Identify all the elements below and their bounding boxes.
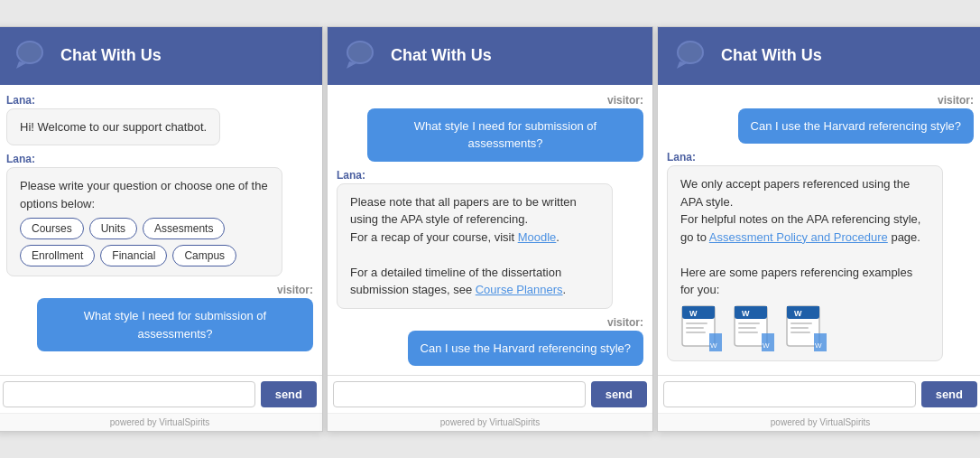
sender-label-lana-3: Lana: [667, 151, 974, 164]
chat-header-title-3: Chat With Us [721, 46, 822, 65]
svg-rect-13 [686, 322, 707, 324]
moodle-link[interactable]: Moodle [518, 230, 557, 244]
msg-bubble-visitor-1: What style I need for submission of asse… [37, 298, 313, 351]
sender-label-lana-2: Lana: [6, 153, 313, 165]
sender-label-lana-1: Lana: [6, 94, 313, 107]
sender-label-visitor-2b: visitor: [607, 316, 643, 329]
options-text: Please write your question or choose one… [20, 179, 268, 210]
course-planners-link[interactable]: Course Planners [476, 283, 563, 296]
svg-text:W: W [710, 341, 717, 350]
msg-bubble-visitor-2a: What style I need for submission of asse… [367, 108, 643, 162]
svg-text:W: W [763, 341, 770, 350]
msg-group-visitor-2a: visitor: What style I need for submissio… [337, 94, 643, 162]
msg-group-visitor-1: visitor: What style I need for submissio… [6, 284, 313, 351]
powered-by-3: powered by VirtualSpirits [658, 413, 980, 431]
lana-msg-p1: Please note that all papers are to be wr… [350, 195, 577, 227]
chat-icon-1 [12, 36, 51, 76]
chat-icon-2 [342, 36, 382, 76]
svg-point-8 [679, 42, 702, 62]
option-units[interactable]: Units [89, 218, 137, 239]
chat-header-title-1: Chat With Us [60, 46, 162, 65]
option-enrollment[interactable]: Enrollment [20, 245, 95, 266]
chat-input-3[interactable] [663, 381, 916, 407]
msg-bubble-visitor-3a: Can I use the Harvard referencing style? [738, 108, 974, 145]
msg-bubble-visitor-2b: Can I use the Harvard referencing style? [408, 331, 643, 367]
svg-rect-24 [738, 332, 758, 333]
msg-group-lana-1: Lana: Hi! Welcome to our support chatbot… [6, 94, 313, 146]
sender-label-visitor-1: visitor: [277, 284, 313, 296]
svg-point-5 [348, 42, 372, 62]
svg-text:W: W [689, 309, 698, 318]
chat-widgets-container: Chat With Us Lana: Hi! Welcome to our su… [0, 17, 980, 442]
chat-footer-2: send [328, 375, 652, 413]
chat-header-1: Chat With Us [0, 27, 322, 85]
svg-rect-15 [686, 332, 706, 333]
svg-rect-14 [686, 327, 704, 329]
msg-bubble-lana-2: Please note that all papers are to be wr… [337, 183, 613, 309]
chat-header-title-2: Chat With Us [391, 46, 492, 65]
option-buttons: Courses Units Assesments Enrollment Fina… [20, 218, 269, 266]
svg-text:W: W [794, 309, 802, 318]
msg-group-lana-options: Lana: Please write your question or choo… [6, 153, 313, 276]
chat-input-1[interactable] [3, 381, 255, 407]
svg-rect-23 [738, 327, 756, 329]
svg-rect-33 [790, 332, 810, 333]
doc-icons: W W W [680, 304, 929, 351]
powered-by-1: powered by VirtualSpirits [0, 413, 322, 431]
doc-icon-2[interactable]: W W [733, 304, 776, 351]
svg-rect-11 [682, 306, 715, 315]
svg-text:W: W [815, 341, 822, 350]
svg-rect-22 [738, 322, 760, 324]
svg-rect-29 [787, 306, 819, 315]
send-button-1[interactable]: send [261, 381, 317, 407]
lana-3-p3: Here are some papers referencing example… [680, 266, 912, 297]
msg-group-visitor-3a: visitor: Can I use the Harvard referenci… [667, 94, 974, 145]
msg-group-lana-2: Lana: Please note that all papers are to… [337, 169, 643, 309]
send-button-3[interactable]: send [921, 381, 977, 407]
chat-icon-3 [672, 36, 712, 76]
chat-header-3: Chat With Us [658, 27, 980, 85]
sender-label-visitor-2a: visitor: [607, 94, 643, 107]
chat-widget-1: Chat With Us Lana: Hi! Welcome to our su… [0, 26, 323, 433]
doc-icon-1[interactable]: W W [680, 304, 724, 351]
chat-body-2: visitor: What style I need for submissio… [328, 85, 652, 376]
lana-msg-p2: For a recap of your course, visit [350, 230, 518, 244]
chat-footer-1: send [0, 375, 322, 413]
powered-by-2: powered by VirtualSpirits [328, 413, 652, 431]
chat-widget-3: Chat With Us visitor: Can I use the Harv… [657, 26, 980, 433]
msg-group-visitor-2b: visitor: Can I use the Harvard referenci… [337, 316, 643, 367]
msg-bubble-lana-welcome: Hi! Welcome to our support chatbot. [6, 108, 220, 146]
sender-label-visitor-3a: visitor: [938, 94, 974, 107]
sender-label-lana-2a: Lana: [337, 169, 643, 182]
chat-body-3: visitor: Can I use the Harvard referenci… [658, 85, 980, 376]
svg-rect-32 [790, 327, 809, 329]
assessment-policy-link[interactable]: Assessment Policy and Procedure [709, 230, 888, 244]
chat-input-2[interactable] [333, 381, 586, 407]
lana-3-p1: We only accept papers referenced using t… [680, 177, 910, 209]
chat-header-2: Chat With Us [328, 27, 652, 85]
option-financial[interactable]: Financial [100, 245, 167, 266]
option-campus[interactable]: Campus [172, 245, 236, 266]
msg-bubble-lana-3: We only accept papers referenced using t… [667, 165, 943, 361]
msg-bubble-lana-options: Please write your question or choose one… [6, 167, 282, 276]
msg-group-lana-3: Lana: We only accept papers referenced u… [667, 151, 974, 361]
svg-text:W: W [742, 309, 750, 318]
svg-rect-31 [790, 322, 812, 324]
chat-footer-3: send [658, 375, 980, 413]
send-button-2[interactable]: send [591, 381, 647, 407]
svg-point-2 [18, 42, 42, 62]
doc-icon-3[interactable]: W W [785, 304, 828, 351]
chat-body-1: Lana: Hi! Welcome to our support chatbot… [0, 85, 322, 376]
option-courses[interactable]: Courses [20, 218, 84, 239]
option-assesments[interactable]: Assesments [143, 218, 225, 239]
chat-widget-2: Chat With Us visitor: What style I need … [327, 26, 653, 433]
svg-rect-20 [735, 306, 767, 315]
